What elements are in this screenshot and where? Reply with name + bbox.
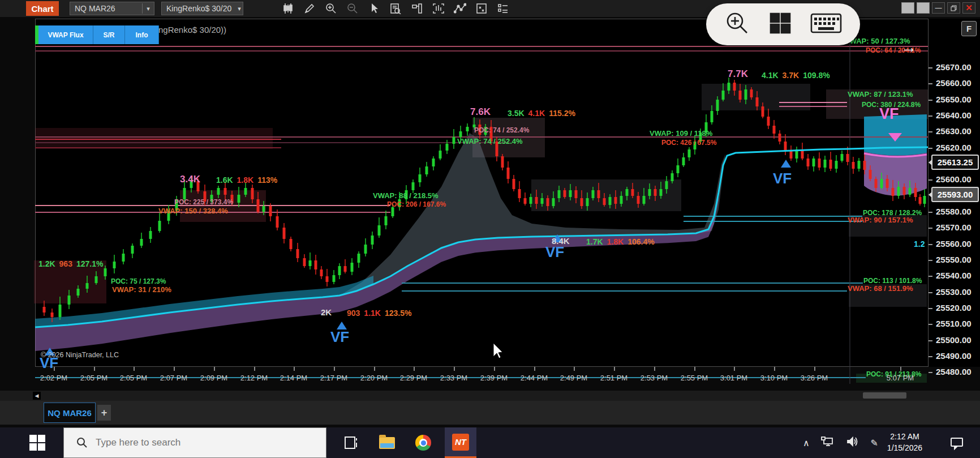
chart-canvas[interactable] — [0, 17, 980, 427]
candle-body — [244, 188, 247, 195]
time-tick — [134, 367, 135, 371]
volume-icon[interactable] — [846, 436, 859, 450]
candle-body — [77, 289, 80, 296]
pen-icon[interactable]: ✎ — [871, 438, 878, 448]
candle-body — [660, 189, 663, 196]
price-tick — [929, 308, 932, 309]
close-icon[interactable]: ✕ — [962, 2, 975, 14]
candle-body — [722, 91, 725, 100]
taskbar-search[interactable] — [63, 427, 326, 458]
time-tick-label: 2:33 PM — [440, 374, 467, 382]
candle-body — [711, 111, 713, 122]
candle-body — [175, 199, 178, 211]
candle-body — [705, 122, 708, 132]
time-tick — [54, 367, 55, 371]
price-tick — [929, 67, 932, 69]
candle-body — [750, 89, 753, 97]
candle-body — [564, 190, 566, 197]
zoom-out-icon[interactable] — [345, 2, 360, 15]
task-view-icon[interactable] — [335, 427, 367, 458]
file-explorer-icon[interactable] — [371, 427, 403, 458]
price-tick — [929, 292, 932, 293]
chart-panel: VWAP Flux S/R Info ngRenko$ 30/20)) © 20… — [0, 17, 980, 427]
grid-view-icon[interactable] — [768, 11, 792, 37]
action-center-icon[interactable] — [949, 436, 964, 452]
candle-body — [603, 198, 606, 205]
candle-body — [439, 151, 442, 159]
keyboard-icon[interactable] — [810, 12, 842, 37]
price-tick — [929, 324, 932, 325]
price-tick-label: 25540.00 — [936, 271, 972, 280]
zoom-in-icon[interactable] — [724, 10, 750, 38]
restore-button[interactable] — [947, 2, 960, 14]
clock-date: 1/15/2026 — [879, 443, 930, 454]
sr-button[interactable]: S/R — [93, 25, 125, 44]
time-tick — [574, 367, 575, 371]
time-axis[interactable]: 2:02 PM2:05 PM2:05 PM2:07 PM2:09 PM2:12 … — [35, 367, 928, 387]
candlestick-chart-icon[interactable] — [281, 2, 295, 15]
candle-body — [269, 206, 272, 216]
vf-up-triangle — [337, 322, 347, 329]
path-tool-icon[interactable] — [453, 2, 467, 15]
chart-template-icon[interactable] — [474, 2, 489, 15]
candle-body — [251, 188, 254, 199]
series-selector[interactable]: KingRenko$ 30/20 ▾ — [161, 2, 243, 15]
candle-body — [818, 159, 821, 168]
candle-body — [68, 296, 71, 305]
candle-body — [113, 262, 116, 268]
chart-menu-tab[interactable]: Chart — [26, 1, 59, 16]
candle-body — [733, 83, 736, 91]
candle-body — [790, 151, 793, 159]
ninjatrader-taskbar-icon[interactable]: NT — [445, 427, 476, 458]
data-series-icon[interactable] — [388, 2, 403, 15]
candle-body — [779, 134, 781, 142]
candle-body — [813, 159, 815, 166]
candle-body — [320, 269, 323, 276]
hidden-icons-chevron[interactable]: ∧ — [803, 438, 810, 448]
vwap-flux-button[interactable]: VWAP Flux — [38, 25, 93, 44]
start-button[interactable] — [29, 435, 45, 451]
window-button-a[interactable] — [901, 2, 914, 14]
price-axis[interactable]: F 25670.0025660.0025650.0025640.0025630.… — [928, 19, 980, 367]
candle-body — [364, 245, 367, 254]
drawing-objects-list-icon[interactable] — [496, 2, 510, 15]
info-button[interactable]: Info — [125, 25, 159, 44]
regions-icon[interactable] — [410, 2, 424, 15]
candle-body — [190, 181, 193, 188]
candle-body — [257, 199, 260, 212]
candle-body — [654, 189, 657, 196]
candle-body — [43, 307, 46, 313]
candle-body — [547, 198, 549, 206]
price-tick — [929, 83, 932, 84]
time-tick-label: 2:53 PM — [641, 374, 668, 382]
candle-body — [326, 276, 329, 282]
candle-body — [535, 197, 538, 204]
network-icon[interactable] — [821, 436, 835, 450]
chrome-icon[interactable] — [407, 427, 439, 458]
time-tick — [334, 367, 335, 371]
time-tick — [614, 367, 615, 371]
search-input[interactable] — [94, 436, 312, 449]
candle-body — [530, 197, 532, 204]
candle-body — [846, 154, 849, 162]
candle-body — [552, 198, 555, 206]
window-button-b[interactable] — [917, 2, 930, 14]
candle-body — [807, 159, 810, 166]
price-tick — [929, 115, 932, 117]
zoom-in-icon[interactable] — [324, 2, 338, 15]
price-tick — [929, 372, 932, 373]
bar-analysis-icon[interactable] — [431, 2, 446, 15]
focus-button[interactable]: F — [961, 21, 977, 36]
minimize-button[interactable]: — — [932, 2, 945, 14]
candle-body — [875, 179, 878, 188]
time-tick — [900, 367, 901, 371]
candle-body — [614, 197, 617, 204]
taskbar-clock[interactable]: 2:12 AM 1/15/2026 — [879, 431, 930, 454]
drawing-pencil-icon[interactable] — [302, 2, 317, 15]
candle-body — [358, 254, 360, 263]
candle-body — [886, 179, 889, 188]
cursor-icon[interactable] — [367, 2, 381, 15]
instrument-selector[interactable]: NQ MAR26 ▾ — [70, 2, 154, 15]
price-tick-label: 25490.00 — [936, 351, 972, 361]
candle-body — [351, 263, 354, 272]
